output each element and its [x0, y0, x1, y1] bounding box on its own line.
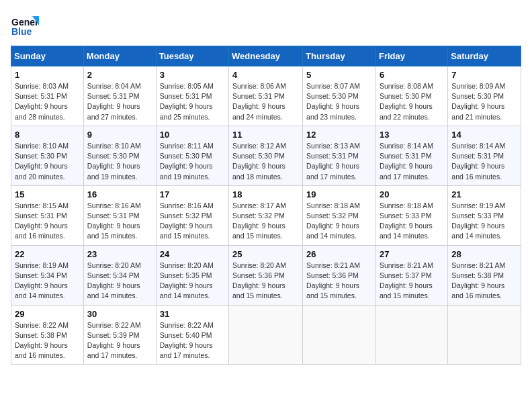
logo: General Blue: [11, 11, 39, 39]
calendar-cell: 8 Sunrise: 8:10 AMSunset: 5:30 PMDayligh…: [11, 126, 84, 185]
day-number: 29: [15, 309, 80, 319]
logo-icon: General Blue: [11, 11, 39, 39]
day-info: Sunrise: 8:19 AMSunset: 5:33 PMDaylight:…: [451, 201, 505, 240]
day-number: 25: [232, 249, 299, 259]
day-number: 16: [87, 189, 152, 199]
day-number: 17: [160, 189, 225, 199]
day-info: Sunrise: 8:13 AMSunset: 5:31 PMDaylight:…: [306, 142, 360, 181]
calendar-cell: 2 Sunrise: 8:04 AMSunset: 5:31 PMDayligh…: [83, 66, 156, 126]
day-number: 3: [160, 70, 225, 80]
calendar-cell: 24 Sunrise: 8:20 AMSunset: 5:35 PMDaylig…: [156, 245, 228, 305]
day-number: 5: [306, 70, 372, 80]
weekday-header-saturday: Saturday: [448, 46, 521, 66]
calendar-cell: 6 Sunrise: 8:08 AMSunset: 5:30 PMDayligh…: [375, 66, 447, 126]
calendar-cell: 10 Sunrise: 8:11 AMSunset: 5:30 PMDaylig…: [156, 126, 228, 185]
day-number: 2: [87, 70, 152, 80]
day-info: Sunrise: 8:20 AMSunset: 5:35 PMDaylight:…: [160, 261, 214, 300]
calendar-cell: 28 Sunrise: 8:21 AMSunset: 5:38 PMDaylig…: [448, 245, 521, 305]
calendar-table: SundayMondayTuesdayWednesdayThursdayFrid…: [11, 46, 521, 365]
day-info: Sunrise: 8:11 AMSunset: 5:30 PMDaylight:…: [160, 142, 214, 181]
day-number: 28: [451, 249, 517, 259]
page-header: General Blue: [11, 11, 521, 39]
calendar-cell: 12 Sunrise: 8:13 AMSunset: 5:31 PMDaylig…: [303, 126, 376, 185]
calendar-cell: [448, 305, 521, 365]
day-info: Sunrise: 8:18 AMSunset: 5:32 PMDaylight:…: [306, 201, 360, 240]
day-number: 31: [160, 309, 225, 319]
day-info: Sunrise: 8:21 AMSunset: 5:36 PMDaylight:…: [306, 261, 360, 300]
weekday-header-sunday: Sunday: [11, 46, 84, 66]
day-number: 30: [87, 309, 152, 319]
day-number: 22: [15, 249, 80, 259]
calendar-cell: 9 Sunrise: 8:10 AMSunset: 5:30 PMDayligh…: [83, 126, 156, 185]
day-info: Sunrise: 8:19 AMSunset: 5:34 PMDaylight:…: [15, 261, 69, 300]
calendar-cell: 13 Sunrise: 8:14 AMSunset: 5:31 PMDaylig…: [375, 126, 447, 185]
day-number: 7: [451, 70, 517, 80]
day-number: 14: [451, 130, 517, 140]
day-info: Sunrise: 8:15 AMSunset: 5:31 PMDaylight:…: [15, 201, 69, 240]
day-info: Sunrise: 8:22 AMSunset: 5:39 PMDaylight:…: [87, 321, 141, 360]
svg-text:Blue: Blue: [11, 26, 32, 37]
day-info: Sunrise: 8:18 AMSunset: 5:33 PMDaylight:…: [380, 201, 433, 240]
day-info: Sunrise: 8:06 AMSunset: 5:31 PMDaylight:…: [232, 82, 286, 121]
calendar-week-1: 1 Sunrise: 8:03 AMSunset: 5:31 PMDayligh…: [11, 66, 521, 126]
day-info: Sunrise: 8:09 AMSunset: 5:30 PMDaylight:…: [451, 82, 505, 121]
day-number: 8: [15, 130, 80, 140]
day-info: Sunrise: 8:20 AMSunset: 5:36 PMDaylight:…: [232, 261, 286, 300]
calendar-week-5: 29 Sunrise: 8:22 AMSunset: 5:38 PMDaylig…: [11, 305, 521, 365]
calendar-cell: 19 Sunrise: 8:18 AMSunset: 5:32 PMDaylig…: [303, 185, 376, 245]
calendar-cell: 29 Sunrise: 8:22 AMSunset: 5:38 PMDaylig…: [11, 305, 84, 365]
calendar-cell: 5 Sunrise: 8:07 AMSunset: 5:30 PMDayligh…: [303, 66, 376, 126]
calendar-cell: [375, 305, 447, 365]
day-info: Sunrise: 8:14 AMSunset: 5:31 PMDaylight:…: [380, 142, 433, 181]
calendar-cell: 22 Sunrise: 8:19 AMSunset: 5:34 PMDaylig…: [11, 245, 84, 305]
day-number: 24: [160, 249, 225, 259]
day-number: 18: [232, 189, 299, 199]
day-number: 26: [306, 249, 372, 259]
calendar-cell: 11 Sunrise: 8:12 AMSunset: 5:30 PMDaylig…: [229, 126, 303, 185]
day-number: 4: [232, 70, 299, 80]
calendar-cell: 1 Sunrise: 8:03 AMSunset: 5:31 PMDayligh…: [11, 66, 84, 126]
calendar-cell: 7 Sunrise: 8:09 AMSunset: 5:30 PMDayligh…: [448, 66, 521, 126]
day-info: Sunrise: 8:21 AMSunset: 5:37 PMDaylight:…: [380, 261, 433, 300]
day-info: Sunrise: 8:20 AMSunset: 5:34 PMDaylight:…: [87, 261, 141, 300]
day-number: 1: [15, 70, 80, 80]
day-info: Sunrise: 8:14 AMSunset: 5:31 PMDaylight:…: [451, 142, 505, 181]
day-info: Sunrise: 8:05 AMSunset: 5:31 PMDaylight:…: [160, 82, 214, 121]
day-info: Sunrise: 8:12 AMSunset: 5:30 PMDaylight:…: [232, 142, 286, 181]
day-info: Sunrise: 8:10 AMSunset: 5:30 PMDaylight:…: [15, 142, 69, 181]
day-info: Sunrise: 8:21 AMSunset: 5:38 PMDaylight:…: [451, 261, 505, 300]
day-info: Sunrise: 8:17 AMSunset: 5:32 PMDaylight:…: [232, 201, 286, 240]
calendar-week-3: 15 Sunrise: 8:15 AMSunset: 5:31 PMDaylig…: [11, 185, 521, 245]
calendar-cell: 18 Sunrise: 8:17 AMSunset: 5:32 PMDaylig…: [229, 185, 303, 245]
calendar-cell: [229, 305, 303, 365]
calendar-cell: 23 Sunrise: 8:20 AMSunset: 5:34 PMDaylig…: [83, 245, 156, 305]
calendar-cell: 4 Sunrise: 8:06 AMSunset: 5:31 PMDayligh…: [229, 66, 303, 126]
calendar-cell: 31 Sunrise: 8:22 AMSunset: 5:40 PMDaylig…: [156, 305, 228, 365]
day-number: 21: [451, 189, 517, 199]
day-number: 9: [87, 130, 152, 140]
day-info: Sunrise: 8:08 AMSunset: 5:30 PMDaylight:…: [380, 82, 433, 121]
calendar-cell: 15 Sunrise: 8:15 AMSunset: 5:31 PMDaylig…: [11, 185, 84, 245]
day-info: Sunrise: 8:16 AMSunset: 5:31 PMDaylight:…: [87, 201, 141, 240]
calendar-cell: 3 Sunrise: 8:05 AMSunset: 5:31 PMDayligh…: [156, 66, 228, 126]
day-number: 11: [232, 130, 299, 140]
calendar-cell: 20 Sunrise: 8:18 AMSunset: 5:33 PMDaylig…: [375, 185, 447, 245]
weekday-header-friday: Friday: [375, 46, 447, 66]
calendar-week-2: 8 Sunrise: 8:10 AMSunset: 5:30 PMDayligh…: [11, 126, 521, 185]
weekday-header-tuesday: Tuesday: [156, 46, 228, 66]
day-number: 20: [380, 189, 444, 199]
day-number: 6: [380, 70, 444, 80]
day-info: Sunrise: 8:07 AMSunset: 5:30 PMDaylight:…: [306, 82, 360, 121]
day-info: Sunrise: 8:16 AMSunset: 5:32 PMDaylight:…: [160, 201, 214, 240]
calendar-cell: 17 Sunrise: 8:16 AMSunset: 5:32 PMDaylig…: [156, 185, 228, 245]
calendar-cell: 14 Sunrise: 8:14 AMSunset: 5:31 PMDaylig…: [448, 126, 521, 185]
day-info: Sunrise: 8:04 AMSunset: 5:31 PMDaylight:…: [87, 82, 141, 121]
calendar-cell: [303, 305, 376, 365]
day-info: Sunrise: 8:03 AMSunset: 5:31 PMDaylight:…: [15, 82, 69, 121]
calendar-cell: 16 Sunrise: 8:16 AMSunset: 5:31 PMDaylig…: [83, 185, 156, 245]
calendar-cell: 21 Sunrise: 8:19 AMSunset: 5:33 PMDaylig…: [448, 185, 521, 245]
day-number: 27: [380, 249, 444, 259]
weekday-header-thursday: Thursday: [303, 46, 376, 66]
calendar-week-4: 22 Sunrise: 8:19 AMSunset: 5:34 PMDaylig…: [11, 245, 521, 305]
calendar-cell: 26 Sunrise: 8:21 AMSunset: 5:36 PMDaylig…: [303, 245, 376, 305]
